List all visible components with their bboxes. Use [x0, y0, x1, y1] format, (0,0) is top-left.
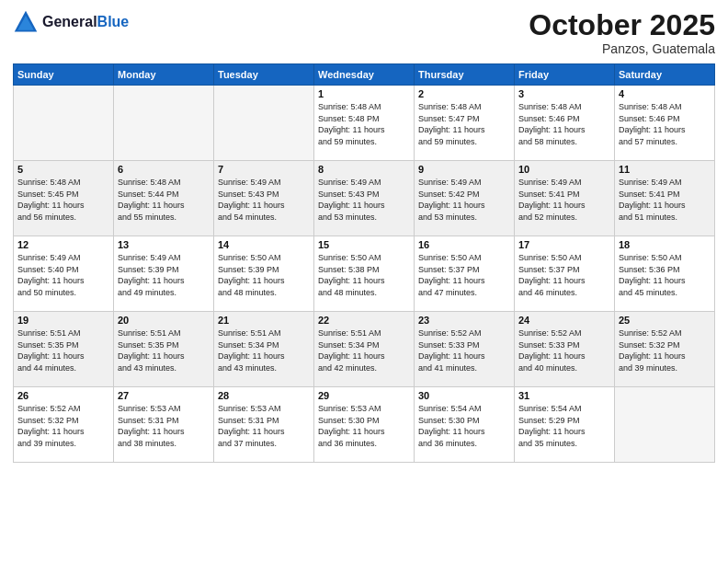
day-info: Sunrise: 5:51 AM Sunset: 5:35 PM Dayligh… [118, 327, 210, 373]
day-number: 6 [118, 164, 210, 175]
logo-text: GeneralBlue [42, 14, 129, 30]
calendar-cell-2-0: 12Sunrise: 5:49 AM Sunset: 5:40 PM Dayli… [14, 236, 114, 312]
day-number: 31 [518, 390, 610, 401]
calendar-cell-4-1: 27Sunrise: 5:53 AM Sunset: 5:31 PM Dayli… [114, 387, 214, 463]
header-sunday: Sunday [14, 64, 114, 86]
week-row-3: 12Sunrise: 5:49 AM Sunset: 5:40 PM Dayli… [14, 236, 715, 312]
day-number: 8 [318, 164, 410, 175]
day-info: Sunrise: 5:49 AM Sunset: 5:41 PM Dayligh… [518, 177, 610, 223]
calendar-cell-4-3: 29Sunrise: 5:53 AM Sunset: 5:30 PM Dayli… [314, 387, 415, 463]
day-number: 4 [619, 88, 711, 99]
day-info: Sunrise: 5:50 AM Sunset: 5:36 PM Dayligh… [619, 252, 711, 298]
calendar-cell-0-4: 2Sunrise: 5:48 AM Sunset: 5:47 PM Daylig… [415, 86, 515, 161]
day-number: 20 [118, 315, 210, 326]
title-block: October 2025 Panzos, Guatemala [529, 9, 715, 56]
day-info: Sunrise: 5:53 AM Sunset: 5:31 PM Dayligh… [118, 403, 210, 449]
calendar-cell-4-0: 26Sunrise: 5:52 AM Sunset: 5:32 PM Dayli… [14, 387, 114, 463]
calendar-cell-1-1: 6Sunrise: 5:48 AM Sunset: 5:44 PM Daylig… [114, 161, 214, 236]
header: GeneralBlue October 2025 Panzos, Guatema… [13, 9, 715, 56]
day-info: Sunrise: 5:48 AM Sunset: 5:46 PM Dayligh… [619, 101, 711, 147]
calendar-cell-3-2: 21Sunrise: 5:51 AM Sunset: 5:34 PM Dayli… [214, 312, 314, 387]
day-number: 7 [218, 164, 310, 175]
logo-icon [13, 9, 39, 35]
day-number: 25 [619, 315, 711, 326]
day-number: 28 [218, 390, 310, 401]
day-info: Sunrise: 5:54 AM Sunset: 5:29 PM Dayligh… [518, 403, 610, 449]
day-number: 5 [17, 164, 109, 175]
day-info: Sunrise: 5:53 AM Sunset: 5:31 PM Dayligh… [218, 403, 310, 449]
calendar-cell-4-2: 28Sunrise: 5:53 AM Sunset: 5:31 PM Dayli… [214, 387, 314, 463]
calendar-cell-3-5: 24Sunrise: 5:52 AM Sunset: 5:33 PM Dayli… [515, 312, 615, 387]
day-info: Sunrise: 5:52 AM Sunset: 5:33 PM Dayligh… [418, 327, 510, 373]
calendar-cell-1-5: 10Sunrise: 5:49 AM Sunset: 5:41 PM Dayli… [515, 161, 615, 236]
day-info: Sunrise: 5:54 AM Sunset: 5:30 PM Dayligh… [418, 403, 510, 449]
day-number: 1 [318, 88, 410, 99]
week-row-4: 19Sunrise: 5:51 AM Sunset: 5:35 PM Dayli… [14, 312, 715, 387]
day-number: 22 [318, 315, 410, 326]
calendar-cell-0-6: 4Sunrise: 5:48 AM Sunset: 5:46 PM Daylig… [615, 86, 715, 161]
calendar-cell-3-6: 25Sunrise: 5:52 AM Sunset: 5:32 PM Dayli… [615, 312, 715, 387]
day-info: Sunrise: 5:49 AM Sunset: 5:43 PM Dayligh… [218, 177, 310, 223]
header-thursday: Thursday [415, 64, 515, 86]
location: Panzos, Guatemala [529, 41, 715, 56]
day-number: 3 [518, 88, 610, 99]
week-row-5: 26Sunrise: 5:52 AM Sunset: 5:32 PM Dayli… [14, 387, 715, 463]
calendar-cell-0-2 [214, 86, 314, 161]
calendar-cell-4-5: 31Sunrise: 5:54 AM Sunset: 5:29 PM Dayli… [515, 387, 615, 463]
day-info: Sunrise: 5:49 AM Sunset: 5:39 PM Dayligh… [118, 252, 210, 298]
day-number: 16 [418, 239, 510, 250]
day-info: Sunrise: 5:52 AM Sunset: 5:33 PM Dayligh… [518, 327, 610, 373]
logo: GeneralBlue [13, 9, 129, 35]
day-info: Sunrise: 5:48 AM Sunset: 5:48 PM Dayligh… [318, 101, 410, 147]
day-number: 26 [17, 390, 109, 401]
day-info: Sunrise: 5:48 AM Sunset: 5:45 PM Dayligh… [17, 177, 109, 223]
calendar-cell-3-3: 22Sunrise: 5:51 AM Sunset: 5:34 PM Dayli… [314, 312, 415, 387]
header-tuesday: Tuesday [214, 64, 314, 86]
calendar-cell-0-1 [114, 86, 214, 161]
day-number: 23 [418, 315, 510, 326]
calendar-cell-1-3: 8Sunrise: 5:49 AM Sunset: 5:43 PM Daylig… [314, 161, 415, 236]
calendar-cell-1-2: 7Sunrise: 5:49 AM Sunset: 5:43 PM Daylig… [214, 161, 314, 236]
day-number: 13 [118, 239, 210, 250]
day-info: Sunrise: 5:50 AM Sunset: 5:38 PM Dayligh… [318, 252, 410, 298]
day-number: 17 [518, 239, 610, 250]
day-info: Sunrise: 5:48 AM Sunset: 5:46 PM Dayligh… [518, 101, 610, 147]
day-info: Sunrise: 5:51 AM Sunset: 5:34 PM Dayligh… [318, 327, 410, 373]
calendar-cell-1-6: 11Sunrise: 5:49 AM Sunset: 5:41 PM Dayli… [615, 161, 715, 236]
page: GeneralBlue October 2025 Panzos, Guatema… [0, 0, 728, 563]
week-row-2: 5Sunrise: 5:48 AM Sunset: 5:45 PM Daylig… [14, 161, 715, 236]
day-info: Sunrise: 5:51 AM Sunset: 5:35 PM Dayligh… [17, 327, 109, 373]
day-number: 24 [518, 315, 610, 326]
day-number: 18 [619, 239, 711, 250]
day-number: 2 [418, 88, 510, 99]
day-number: 21 [218, 315, 310, 326]
day-info: Sunrise: 5:49 AM Sunset: 5:40 PM Dayligh… [17, 252, 109, 298]
day-number: 9 [418, 164, 510, 175]
day-info: Sunrise: 5:51 AM Sunset: 5:34 PM Dayligh… [218, 327, 310, 373]
header-wednesday: Wednesday [314, 64, 415, 86]
calendar-cell-4-6 [615, 387, 715, 463]
day-info: Sunrise: 5:49 AM Sunset: 5:41 PM Dayligh… [619, 177, 711, 223]
weekday-header-row: Sunday Monday Tuesday Wednesday Thursday… [14, 64, 715, 86]
calendar-cell-2-5: 17Sunrise: 5:50 AM Sunset: 5:37 PM Dayli… [515, 236, 615, 312]
day-info: Sunrise: 5:53 AM Sunset: 5:30 PM Dayligh… [318, 403, 410, 449]
day-info: Sunrise: 5:50 AM Sunset: 5:39 PM Dayligh… [218, 252, 310, 298]
calendar-cell-0-5: 3Sunrise: 5:48 AM Sunset: 5:46 PM Daylig… [515, 86, 615, 161]
day-info: Sunrise: 5:50 AM Sunset: 5:37 PM Dayligh… [518, 252, 610, 298]
day-number: 19 [17, 315, 109, 326]
day-number: 27 [118, 390, 210, 401]
calendar-cell-3-0: 19Sunrise: 5:51 AM Sunset: 5:35 PM Dayli… [14, 312, 114, 387]
day-info: Sunrise: 5:48 AM Sunset: 5:44 PM Dayligh… [118, 177, 210, 223]
day-info: Sunrise: 5:50 AM Sunset: 5:37 PM Dayligh… [418, 252, 510, 298]
day-info: Sunrise: 5:49 AM Sunset: 5:42 PM Dayligh… [418, 177, 510, 223]
calendar-cell-3-4: 23Sunrise: 5:52 AM Sunset: 5:33 PM Dayli… [415, 312, 515, 387]
day-info: Sunrise: 5:49 AM Sunset: 5:43 PM Dayligh… [318, 177, 410, 223]
day-number: 29 [318, 390, 410, 401]
day-number: 14 [218, 239, 310, 250]
day-info: Sunrise: 5:52 AM Sunset: 5:32 PM Dayligh… [17, 403, 109, 449]
day-info: Sunrise: 5:48 AM Sunset: 5:47 PM Dayligh… [418, 101, 510, 147]
calendar-cell-3-1: 20Sunrise: 5:51 AM Sunset: 5:35 PM Dayli… [114, 312, 214, 387]
day-number: 30 [418, 390, 510, 401]
day-number: 12 [17, 239, 109, 250]
header-friday: Friday [515, 64, 615, 86]
